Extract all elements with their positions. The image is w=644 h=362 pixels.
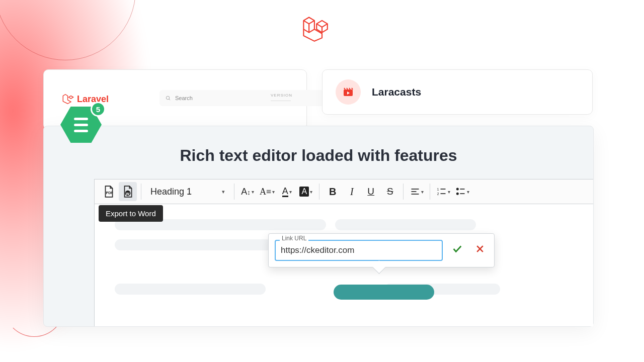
underline-icon: U <box>367 186 374 197</box>
check-icon <box>452 243 463 254</box>
chevron-down-icon: ▾ <box>467 189 469 195</box>
toolbar-separator <box>319 184 319 200</box>
placeholder-line <box>335 219 476 230</box>
toolbar-separator <box>141 184 141 200</box>
toolbar-separator <box>403 184 404 200</box>
laravel-label: Laravel <box>77 94 109 105</box>
fontsize-icon: A↕ <box>241 187 251 197</box>
toolbar-separator <box>430 184 430 200</box>
svg-point-14 <box>456 193 458 195</box>
chevron-down-icon: ▾ <box>310 189 312 195</box>
chevron-down-icon: ▾ <box>222 189 225 195</box>
laracasts-card[interactable]: Laracasts <box>322 69 593 115</box>
chevron-down-icon: ▾ <box>421 189 424 195</box>
chevron-down-icon: ▾ <box>448 189 450 195</box>
link-popup: Link URL <box>268 233 495 267</box>
cancel-link-button[interactable] <box>472 244 488 257</box>
svg-point-0 <box>166 96 169 99</box>
bold-icon: B <box>329 186 336 198</box>
svg-point-13 <box>456 188 458 190</box>
font-family-button[interactable]: A≡ ▾ <box>258 182 277 201</box>
chevron-down-icon: ▾ <box>289 189 292 195</box>
bullet-list-icon <box>456 187 466 197</box>
editor-content-area[interactable]: Link URL <box>94 204 593 326</box>
fontcolor-icon: A <box>282 187 288 197</box>
strikethrough-button[interactable]: S <box>381 182 399 201</box>
heading-dropdown[interactable]: Heading 1 ▾ <box>145 182 230 201</box>
underline-button[interactable]: U <box>362 182 380 201</box>
search-icon <box>166 96 171 101</box>
ckeditor-badge: 5 <box>60 107 102 143</box>
chevron-down-icon: ▾ <box>252 189 254 195</box>
placeholder-line <box>115 284 266 295</box>
editor-panel: Rich text editor loaded with features PD… <box>43 126 594 327</box>
editor-toolbar: PDF W Heading 1 ▾ A↕ ▾ A≡ ▾ A ▾ A ▾ B I … <box>94 179 593 204</box>
bullet-list-button[interactable]: ▾ <box>453 182 471 201</box>
bold-button[interactable]: B <box>324 182 342 201</box>
font-color-button[interactable]: A ▾ <box>278 182 296 201</box>
toolbar-separator <box>234 184 234 200</box>
selected-link-text[interactable] <box>334 285 434 300</box>
panel-title: Rich text editor loaded with features <box>44 126 593 165</box>
video-icon <box>342 86 354 98</box>
version-label: VERSION <box>271 93 292 101</box>
heading-label: Heading 1 <box>150 187 192 197</box>
confirm-link-button[interactable] <box>449 243 466 257</box>
tooltip-export-word: Export to Word <box>99 205 163 222</box>
numbered-list-icon: 12 <box>437 187 447 197</box>
highlight-icon: A <box>299 187 309 197</box>
close-icon <box>475 244 485 254</box>
pdf-icon: PDF <box>102 185 115 198</box>
search-input[interactable]: Search <box>159 90 326 106</box>
chevron-down-icon: ▾ <box>272 189 275 195</box>
search-placeholder: Search <box>175 95 193 101</box>
numbered-list-button[interactable]: 12 ▾ <box>434 182 452 201</box>
italic-icon: I <box>350 186 354 198</box>
fontfamily-icon: A≡ <box>260 187 271 197</box>
laravel-logo-icon <box>301 14 329 44</box>
svg-line-1 <box>169 99 170 100</box>
laracasts-icon-badge <box>336 79 361 105</box>
word-icon: W <box>121 185 134 198</box>
link-url-label: Link URL <box>280 235 308 242</box>
highlight-button[interactable]: A ▾ <box>297 182 315 201</box>
badge-number: 5 <box>91 102 106 117</box>
export-word-button[interactable]: W <box>119 182 137 201</box>
svg-text:W: W <box>126 192 130 196</box>
svg-text:1: 1 <box>437 188 439 191</box>
align-icon <box>410 187 420 197</box>
strike-icon: S <box>387 186 393 197</box>
link-url-input[interactable] <box>275 240 443 261</box>
svg-text:2: 2 <box>437 192 439 196</box>
font-size-button[interactable]: A↕ ▾ <box>238 182 257 201</box>
alignment-button[interactable]: ▾ <box>408 182 426 201</box>
laracasts-title: Laracasts <box>372 86 421 98</box>
export-pdf-button[interactable]: PDF <box>100 182 118 201</box>
italic-button[interactable]: I <box>343 182 361 201</box>
svg-text:PDF: PDF <box>106 191 114 195</box>
laravel-icon <box>62 93 74 105</box>
